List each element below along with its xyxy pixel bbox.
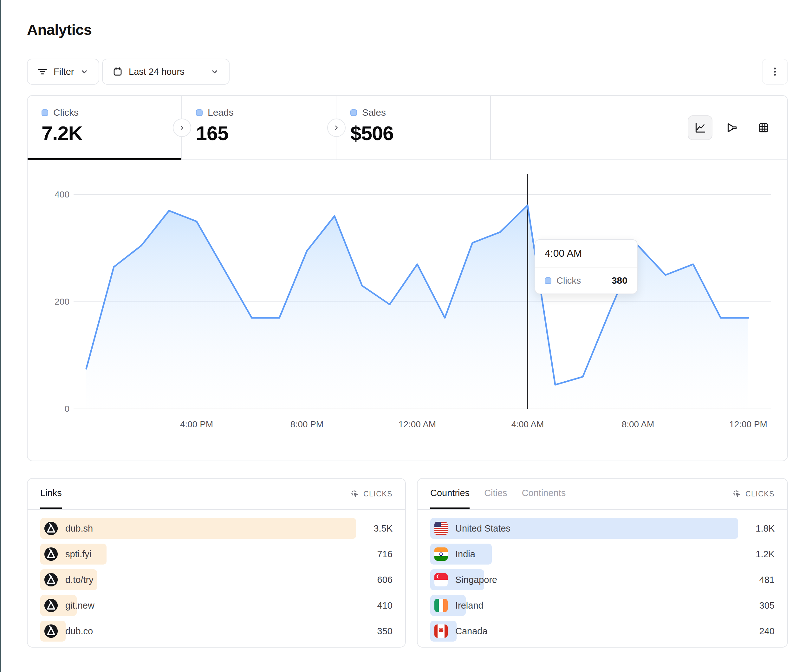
list-item[interactable]: dub.sh3.5K bbox=[40, 518, 392, 539]
row-label: India bbox=[455, 549, 475, 559]
dub-logo-icon bbox=[44, 573, 58, 587]
metric-tabs: Clicks 7.2K Leads 165 Sales $506 bbox=[27, 96, 787, 160]
kebab-menu-icon bbox=[769, 66, 781, 77]
y-tick-label: 200 bbox=[34, 297, 70, 307]
list-item[interactable]: Canada240 bbox=[430, 621, 774, 641]
date-range-button[interactable]: Last 24 hours bbox=[102, 59, 230, 85]
chart-type-switcher bbox=[688, 115, 776, 140]
calendar-icon bbox=[112, 66, 123, 77]
row-label: git.new bbox=[65, 600, 94, 611]
links-sort-label: CLICKS bbox=[363, 490, 392, 498]
chevron-down-icon bbox=[80, 67, 89, 77]
row-label: dub.sh bbox=[65, 524, 93, 534]
page-title: Analytics bbox=[27, 21, 92, 38]
sales-swatch-icon bbox=[350, 109, 357, 116]
metric-label: Leads bbox=[208, 107, 234, 118]
row-value: 716 bbox=[377, 549, 392, 559]
flag-sg-icon bbox=[434, 573, 448, 587]
x-tick-label: 12:00 PM bbox=[729, 420, 767, 430]
clicks-chart[interactable]: 0200400 4:00 PM8:00 PM12:00 AM4:00 AM8:0… bbox=[27, 160, 787, 461]
y-tick-label: 0 bbox=[34, 404, 70, 414]
x-tick-label: 12:00 AM bbox=[399, 420, 436, 430]
dub-logo-icon bbox=[44, 599, 58, 612]
cursor-click-icon bbox=[350, 489, 360, 499]
funnel-view-button[interactable] bbox=[720, 115, 744, 140]
cursor-click-icon bbox=[732, 489, 742, 499]
metric-label: Sales bbox=[362, 107, 386, 118]
row-value: 410 bbox=[377, 600, 392, 611]
flag-us-icon bbox=[434, 522, 448, 535]
metric-value: 165 bbox=[196, 122, 336, 145]
area-chart-plot[interactable] bbox=[73, 172, 771, 409]
row-label: dub.co bbox=[65, 626, 93, 636]
tooltip-time: 4:00 AM bbox=[535, 240, 637, 268]
row-value: 350 bbox=[377, 626, 392, 636]
tooltip-series-swatch-icon bbox=[545, 277, 551, 284]
tab-clicks[interactable]: Clicks 7.2K bbox=[27, 96, 182, 159]
dub-logo-icon bbox=[44, 547, 58, 561]
list-item[interactable]: spti.fyi716 bbox=[40, 544, 392, 565]
row-label: spti.fyi bbox=[65, 549, 91, 559]
list-item[interactable]: Singapore481 bbox=[430, 569, 774, 590]
area-fill bbox=[86, 205, 748, 409]
dub-logo-icon bbox=[44, 624, 58, 638]
row-label: Canada bbox=[455, 626, 488, 636]
page-edge-accent bbox=[0, 0, 1, 672]
metric-value: 7.2K bbox=[41, 122, 181, 145]
row-label: Ireland bbox=[455, 600, 483, 611]
line-chart-view-button[interactable] bbox=[688, 115, 713, 140]
x-tick-label: 4:00 PM bbox=[180, 420, 213, 430]
tab-continents-label: Continents bbox=[522, 488, 566, 498]
filter-icon bbox=[37, 66, 48, 77]
countries-sort-label: CLICKS bbox=[745, 490, 774, 498]
filter-button[interactable]: Filter bbox=[27, 59, 99, 85]
expand-leads-button[interactable] bbox=[173, 119, 191, 137]
tab-links-label: Links bbox=[40, 488, 62, 498]
flag-in-icon bbox=[434, 547, 448, 561]
date-range-label: Last 24 hours bbox=[129, 67, 184, 77]
tab-countries[interactable]: Countries bbox=[430, 479, 469, 509]
row-value: 1.2K bbox=[756, 549, 774, 559]
y-tick-label: 400 bbox=[34, 189, 70, 200]
chevron-right-icon bbox=[333, 124, 340, 131]
row-label: d.to/try bbox=[65, 575, 94, 585]
countries-sort-control[interactable]: CLICKS bbox=[732, 489, 774, 499]
tab-cities-label: Cities bbox=[484, 488, 507, 498]
chart-tooltip: 4:00 AM Clicks 380 bbox=[535, 239, 638, 294]
table-view-button[interactable] bbox=[751, 115, 776, 140]
analytics-card: Clicks 7.2K Leads 165 Sales $506 bbox=[27, 95, 788, 461]
dub-logo-icon bbox=[44, 522, 58, 535]
tab-cities[interactable]: Cities bbox=[484, 479, 507, 509]
list-item[interactable]: d.to/try606 bbox=[40, 569, 392, 590]
row-value: 240 bbox=[759, 626, 774, 636]
list-item[interactable]: dub.co350 bbox=[40, 621, 392, 641]
tab-leads[interactable]: Leads 165 bbox=[182, 96, 336, 159]
list-item[interactable]: git.new410 bbox=[40, 595, 392, 616]
row-value: 3.5K bbox=[374, 524, 392, 534]
tab-continents[interactable]: Continents bbox=[522, 479, 566, 509]
tab-countries-label: Countries bbox=[430, 488, 469, 498]
list-item[interactable]: India1.2K bbox=[430, 544, 774, 565]
tooltip-value: 380 bbox=[612, 275, 628, 286]
row-value: 1.8K bbox=[756, 524, 774, 534]
expand-sales-button[interactable] bbox=[327, 119, 346, 137]
clicks-swatch-icon bbox=[41, 109, 48, 116]
line-chart-icon bbox=[693, 121, 707, 135]
x-axis-labels: 4:00 PM8:00 PM12:00 AM4:00 AM8:00 AM12:0… bbox=[73, 420, 771, 433]
grid-table-icon bbox=[757, 121, 770, 135]
more-options-button[interactable] bbox=[762, 59, 788, 85]
tab-links[interactable]: Links bbox=[40, 479, 62, 509]
list-item[interactable]: Ireland305 bbox=[430, 595, 774, 616]
leads-swatch-icon bbox=[196, 109, 203, 116]
links-sort-control[interactable]: CLICKS bbox=[350, 489, 392, 499]
chevron-down-icon bbox=[210, 67, 219, 77]
tab-sales[interactable]: Sales $506 bbox=[336, 96, 491, 159]
metric-value: $506 bbox=[350, 122, 490, 145]
x-tick-label: 8:00 AM bbox=[622, 420, 654, 430]
links-list: dub.sh3.5Kspti.fyi716d.to/try606git.new4… bbox=[27, 510, 405, 641]
countries-panel: Countries Cities Continents CLICKS Unite… bbox=[417, 478, 788, 648]
funnel-icon bbox=[725, 121, 739, 135]
list-item[interactable]: United States1.8K bbox=[430, 518, 774, 539]
chevron-right-icon bbox=[179, 124, 186, 131]
metric-label: Clicks bbox=[53, 107, 78, 118]
